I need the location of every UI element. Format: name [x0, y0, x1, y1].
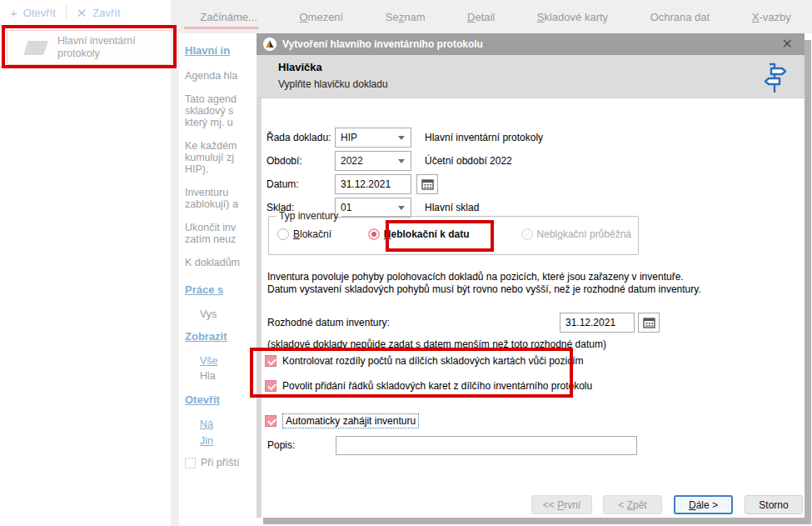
chevron-down-icon	[398, 159, 405, 163]
checkbox-kontrolovat-rozdily[interactable]: Kontrolovat rozdíly počtů na dílčích skl…	[265, 355, 584, 367]
bg-link[interactable]: Vše	[200, 355, 218, 367]
bg-text: Ke každém	[185, 140, 237, 152]
checkbox-automaticky-zahajit[interactable]: Automaticky zahájit inventuru	[265, 413, 419, 428]
bg-text: který mj. u	[185, 117, 233, 128]
checkbox-checked-icon[interactable]	[265, 380, 276, 392]
step-title: Hlavička	[278, 61, 322, 73]
tab-x-vazby[interactable]: X-vazby	[752, 11, 791, 23]
checkbox-checked-icon[interactable]	[265, 355, 276, 367]
popis-input[interactable]	[336, 436, 637, 455]
datum-calendar-button[interactable]	[416, 174, 438, 194]
tab-skladove-karty[interactable]: Skladové karty	[537, 11, 608, 23]
bg-heading: Otevřít	[185, 393, 220, 406]
dialog-left-stripe	[257, 98, 262, 518]
checkbox-checked-icon[interactable]	[265, 415, 276, 427]
back-button[interactable]: < Zpět	[603, 495, 662, 514]
bg-text: Vys	[200, 308, 217, 320]
info-line-1: Inventura povoluje pohyby polohovacích d…	[267, 271, 684, 283]
dialog-title: Vytvoření hlavního inventárního protokol…	[282, 38, 777, 50]
bg-checkbox-label: Při příští	[201, 457, 240, 468]
rada-dropdown[interactable]: HIP	[335, 128, 411, 148]
dialog-header: Hlavička Vyplňte hlavičku dokladu	[257, 55, 805, 98]
rada-label: Řada dokladu:	[267, 128, 331, 148]
zaciname-page: Hlavní in Agenda hla Tato agend skladový…	[0, 33, 258, 526]
bg-text: HIP).	[185, 163, 208, 175]
bg-text: zatím neuz	[185, 233, 236, 245]
abra-logo-icon	[263, 38, 276, 51]
bg-text: zablokují) a	[185, 198, 238, 210]
wizard-dialog: Vytvoření hlavního inventárního protokol…	[257, 33, 805, 518]
tab-zaciname[interactable]: Začínáme...	[200, 11, 257, 23]
obdobi-desc: Účetní období 2022	[425, 151, 512, 171]
obdobi-label: Období:	[267, 151, 302, 171]
rada-desc: Hlavní inventární protokoly	[425, 128, 543, 148]
typ-inventury-legend: Typ inventury	[276, 210, 341, 222]
bg-text: Hla	[200, 370, 216, 382]
radio-icon-disabled	[521, 228, 533, 240]
step-subtitle: Vyplňte hlavičku dokladu	[278, 78, 388, 90]
bg-text: K dokladům	[185, 257, 240, 268]
open-button[interactable]: + Otevřít	[0, 7, 66, 19]
bg-text: Tato agend	[185, 93, 237, 105]
dialog-titlebar[interactable]: Vytvoření hlavního inventárního protokol…	[257, 33, 805, 55]
obdobi-value: 2022	[341, 155, 363, 167]
radio-icon-checked[interactable]	[368, 228, 380, 240]
checkbox-unchecked[interactable]	[185, 458, 196, 468]
app-window: + Otevřít ✕ Zavřít Hlavní inventární pro…	[0, 0, 812, 526]
rozhodne-datum-input[interactable]	[560, 313, 635, 333]
radio-neblokacni-k-datu[interactable]: Neblokační k datu	[368, 228, 470, 240]
close-agenda-button[interactable]: ✕ Zavřít	[67, 7, 131, 19]
rada-value: HIP	[341, 132, 357, 143]
tab-detail[interactable]: Detail	[467, 11, 495, 23]
tab-seznam[interactable]: Seznam	[386, 11, 426, 23]
signpost-wizard-icon	[761, 61, 790, 94]
checkbox-label: Kontrolovat rozdíly počtů na dílčích skl…	[282, 355, 584, 367]
tabbar: Začínáme... Omezení Seznam Detail Sklado…	[179, 0, 812, 33]
bg-text: Ukončit inv	[185, 222, 236, 233]
active-tab-underline	[184, 27, 258, 29]
tab-ochrana-dat[interactable]: Ochrana dat	[650, 11, 710, 23]
rozhodne-datum-label: Rozhodné datum inventury:	[267, 313, 390, 333]
obdobi-dropdown[interactable]: 2022	[335, 151, 411, 171]
rozhodne-calendar-button[interactable]	[638, 313, 660, 333]
radio-neblokacni-prubezna: Neblokační průběžná	[521, 228, 631, 240]
datum-label: Datum:	[267, 174, 299, 194]
calendar-icon	[643, 317, 655, 328]
bg-text: Inventuru	[185, 187, 228, 198]
close-button-label: Zavřít	[92, 7, 120, 19]
tab-omezeni[interactable]: Omezení	[299, 11, 343, 23]
radio-label: Blokační	[293, 228, 331, 240]
bg-text: Agenda hla	[185, 70, 237, 82]
checkbox-label: Povolit přidání řádků skladových karet z…	[282, 380, 592, 392]
next-button[interactable]: Dále >	[674, 495, 733, 514]
info-line-2: Datum vystavení skladových pohybů musí b…	[267, 283, 701, 295]
popis-label: Popis:	[267, 435, 295, 455]
bg-text: skladový s	[185, 105, 233, 117]
open-button-label: Otevřít	[23, 7, 56, 19]
typ-inventury-group: Typ inventury Blokační Neblokační k datu…	[268, 210, 639, 255]
close-icon: ✕	[77, 7, 87, 19]
checkbox-label-focused: Automaticky zahájit inventuru	[282, 413, 419, 428]
datum-input[interactable]	[335, 174, 411, 194]
radio-label: Neblokační k datu	[384, 228, 470, 240]
radio-icon[interactable]	[277, 228, 289, 240]
bg-heading: Hlavní in	[185, 44, 230, 57]
radio-blokacni[interactable]: Blokační	[277, 228, 368, 240]
bg-heading: Zobrazit	[185, 330, 227, 343]
cancel-button[interactable]: Storno	[745, 495, 803, 514]
plus-icon: +	[10, 7, 17, 19]
bg-link[interactable]: Jin	[200, 435, 213, 447]
checkbox-povolit-pridani[interactable]: Povolit přidání řádků skladových karet z…	[265, 380, 592, 392]
bg-checkbox-row[interactable]: Při příští	[185, 457, 240, 468]
rozhodne-note: (skladové doklady nepůjde zadat s datem …	[267, 338, 606, 350]
first-button[interactable]: << První	[531, 495, 592, 514]
bg-link[interactable]: Ná	[200, 418, 213, 430]
chevron-down-icon	[398, 136, 405, 140]
radio-label: Neblokační průběžná	[537, 228, 631, 240]
calendar-icon	[421, 178, 434, 190]
bg-heading: Práce s	[185, 283, 223, 296]
bg-text: kumulují zj	[185, 152, 234, 163]
toolbar: + Otevřít ✕ Zavřít	[0, 0, 172, 25]
dialog-close-icon[interactable]: ✕	[777, 38, 798, 51]
